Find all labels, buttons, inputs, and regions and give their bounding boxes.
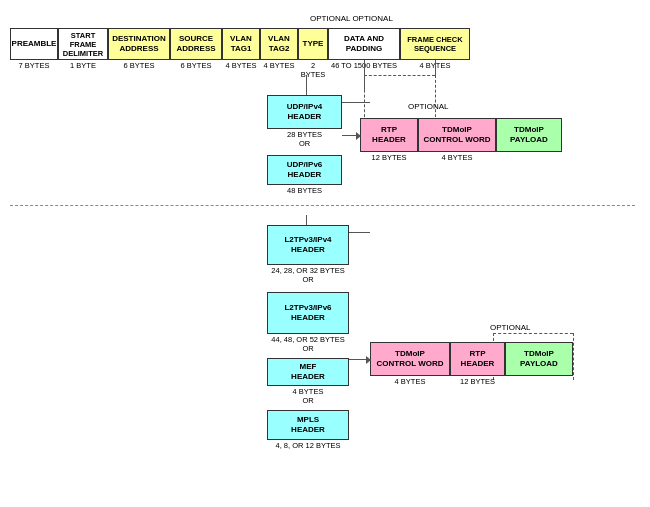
vlan-tag2-box: VLAN TAG2 xyxy=(260,28,298,60)
preamble-sub: 7 BYTES xyxy=(10,61,58,70)
rtp-header-2-box: RTPHEADER xyxy=(450,342,505,376)
connector-line-2 xyxy=(435,60,436,75)
mpls-header-box: MPLSHEADER xyxy=(267,410,349,440)
bracket-top xyxy=(364,75,435,76)
top-optional-label: OPTIONAL OPTIONAL xyxy=(310,14,393,23)
rtp-header-2-sub: 12 BYTES xyxy=(450,377,505,386)
tdmoip-cw-1-sub: 4 BYTES xyxy=(418,153,496,162)
type-box: TYPE xyxy=(298,28,328,60)
udp-ipv4-sub: 28 BYTESOR xyxy=(267,130,342,148)
l2tpv3-ipv4-sub: 24, 28, OR 32 BYTESOR xyxy=(267,266,349,284)
dest-addr-sub: 6 BYTES xyxy=(108,61,170,70)
tdmoip-payload-2-box: TDMoIPPAYLOAD xyxy=(505,342,573,376)
mef-header-sub: 4 BYTESOR xyxy=(267,387,349,405)
s2-bracket-top xyxy=(493,333,573,334)
arrow-head-2 xyxy=(366,356,371,364)
arrow-head-1 xyxy=(356,132,361,140)
source-addr-box: SOURCE ADDRESS xyxy=(170,28,222,60)
mef-header-box: MEFHEADER xyxy=(267,358,349,386)
section-separator xyxy=(10,205,635,206)
tdmoip-payload-1-box: TDMoIPPAYLOAD xyxy=(496,118,562,152)
data-padding-box: DATA AND PADDING xyxy=(328,28,400,60)
vlan-tag1-box: VLAN TAG1 xyxy=(222,28,260,60)
preamble-box: PREAMBLE xyxy=(10,28,58,60)
l2tpv3-ipv6-box: L2TPv3/IPv6HEADER xyxy=(267,292,349,334)
source-addr-sub: 6 BYTES xyxy=(170,61,222,70)
s2-bracket-right xyxy=(573,333,574,380)
diagram: OPTIONAL OPTIONAL PREAMBLE 7 BYTES START… xyxy=(0,0,650,507)
rtp-header-1-sub: 12 BYTES xyxy=(360,153,418,162)
l2tpv3-ipv4-box: L2TPv3/IPv4HEADER xyxy=(267,225,349,265)
dest-addr-box: DESTINATION ADDRESS xyxy=(108,28,170,60)
start-frame-box: START FRAME DELIMITER xyxy=(58,28,108,60)
tdmoip-cw-1-box: TDMoIPCONTROL WORD xyxy=(418,118,496,152)
bracket-left xyxy=(364,75,365,122)
bracket-right xyxy=(435,75,436,122)
vlan-tag2-sub: 4 BYTES xyxy=(260,61,298,70)
optional-label-1: OPTIONAL xyxy=(408,102,448,111)
udp-ipv6-box: UDP/IPv6HEADER xyxy=(267,155,342,185)
optional-label-2: OPTIONAL xyxy=(490,323,530,332)
tdmoip-cw-2-box: TDMoIPCONTROL WORD xyxy=(370,342,450,376)
udp-ipv6-sub: 48 BYTES xyxy=(267,186,342,195)
vlan-tag1-sub: 4 BYTES xyxy=(222,61,260,70)
frame-check-box: FRAME CHECK SEQUENCE xyxy=(400,28,470,60)
type-sub: 2 BYTES xyxy=(298,61,328,79)
rtp-header-1-box: RTPHEADER xyxy=(360,118,418,152)
start-frame-sub: 1 BYTE xyxy=(58,61,108,70)
l2tpv3-ipv6-sub: 44, 48, OR 52 BYTESOR xyxy=(267,335,349,353)
udp-ipv4-box: UDP/IPv4HEADER xyxy=(267,95,342,129)
tdmoip-cw-2-sub: 4 BYTES xyxy=(370,377,450,386)
mpls-header-sub: 4, 8, OR 12 BYTES xyxy=(267,441,349,450)
